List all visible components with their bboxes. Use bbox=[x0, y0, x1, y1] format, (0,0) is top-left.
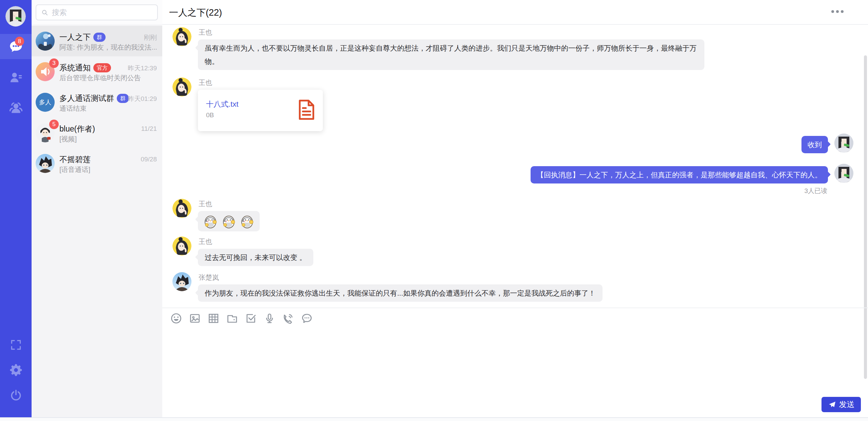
conversation-item-buyaobilian[interactable]: 不摇碧莲 09/28 [语音通话] bbox=[32, 148, 162, 179]
screenshot-button[interactable] bbox=[207, 312, 220, 325]
ellipsis-icon bbox=[831, 10, 834, 13]
self-avatar[interactable] bbox=[834, 164, 853, 183]
message-row: 收到 bbox=[801, 134, 828, 153]
zhangchulan-avatar[interactable] bbox=[172, 272, 191, 291]
conversation-time: 刚刚 bbox=[144, 33, 157, 42]
nav-groups[interactable] bbox=[0, 96, 32, 118]
task-button[interactable] bbox=[244, 312, 257, 325]
image-button[interactable] bbox=[188, 312, 201, 325]
chat-menu-button[interactable] bbox=[831, 10, 844, 13]
search-box[interactable] bbox=[36, 4, 158, 20]
user-avatar[interactable] bbox=[5, 6, 26, 27]
microphone-icon bbox=[263, 312, 276, 324]
fullscreen-button[interactable] bbox=[0, 334, 32, 356]
chat-title: 一人之下(22) bbox=[169, 6, 222, 19]
message-row: 王也 过去无可挽回，未来可以改变 。 bbox=[198, 236, 313, 266]
message-bubble[interactable]: 过去无可挽回，未来可以改变 。 bbox=[198, 249, 313, 266]
folder-icon bbox=[226, 312, 238, 324]
conversation-preview: [视频] bbox=[59, 135, 157, 144]
nav-rail: 8 bbox=[0, 0, 32, 421]
sender-name: 王也 bbox=[199, 29, 704, 36]
contacts-icon bbox=[9, 70, 23, 85]
phone-icon bbox=[282, 312, 294, 324]
wangye-avatar[interactable] bbox=[172, 199, 191, 218]
message-row: 王也 十八式.txt 0B bbox=[198, 77, 323, 131]
sticker-message-bubble[interactable] bbox=[198, 211, 260, 231]
search-icon bbox=[41, 8, 49, 17]
power-icon bbox=[9, 388, 23, 402]
official-tag: 官方 bbox=[93, 63, 111, 72]
message-bubble[interactable]: 作为朋友，现在的我没法保证救你逃出生天，我能保证的只有...如果你真的会遭遇到什… bbox=[198, 284, 603, 302]
conversation-item-multicall-group[interactable]: 多人 多人通话测试群 群 昨天01:29 通话结束 bbox=[32, 87, 162, 118]
message-row: 【回执消息】一人之下，万人之上，但真正的强者，是那些能够超越自我、心怀天下的人。… bbox=[531, 164, 828, 195]
message-bubble[interactable]: 收到 bbox=[801, 136, 828, 153]
message-row: 王也 bbox=[198, 199, 260, 231]
wangye-avatar[interactable] bbox=[172, 236, 191, 256]
conversation-list-panel: 一人之下 群 刚刚 阿莲: 作为朋友，现在的我没法... 3 系统通知 bbox=[32, 0, 162, 421]
logout-button[interactable] bbox=[0, 384, 32, 406]
conversation-preview: 阿莲: 作为朋友，现在的我没法... bbox=[59, 43, 157, 52]
send-button[interactable]: 发送 bbox=[821, 397, 861, 412]
message-input[interactable] bbox=[169, 330, 861, 391]
voice-button[interactable] bbox=[263, 312, 276, 325]
conversation-title: 系统通知 bbox=[59, 63, 91, 73]
conversation-preview: [语音通话] bbox=[59, 165, 157, 174]
file-button[interactable] bbox=[226, 312, 239, 325]
conversation-time: 昨天12:39 bbox=[128, 64, 157, 73]
wangye-avatar[interactable] bbox=[172, 27, 191, 46]
message-bubble[interactable]: 【回执消息】一人之下，万人之上，但真正的强者，是那些能够超越自我、心怀天下的人。 bbox=[531, 166, 828, 183]
conversation-time: 昨天01:29 bbox=[128, 94, 157, 103]
emoji-icon bbox=[170, 312, 182, 324]
composer-toolbar bbox=[162, 308, 868, 329]
message-row: 张楚岚 作为朋友，现在的我没法保证救你逃出生天，我能保证的只有...如果你真的会… bbox=[198, 272, 603, 302]
nav-chats[interactable]: 8 bbox=[0, 36, 32, 57]
unread-badge: 5 bbox=[49, 120, 59, 129]
fullscreen-icon bbox=[10, 338, 22, 351]
conversation-item-blue[interactable]: 5 blue(作者) 11/21 [视频] bbox=[32, 118, 162, 148]
conversation-title: blue(作者) bbox=[59, 124, 95, 134]
penguin-flower-sticker bbox=[239, 213, 255, 229]
conversation-time: 09/28 bbox=[141, 156, 157, 163]
emoji-button[interactable] bbox=[170, 312, 183, 325]
group-icon bbox=[8, 100, 23, 115]
search-section bbox=[32, 0, 162, 24]
search-input[interactable] bbox=[52, 8, 152, 17]
user-avatar-image bbox=[5, 6, 26, 27]
chat-header: 一人之下(22) bbox=[162, 0, 868, 25]
settings-button[interactable] bbox=[0, 359, 32, 381]
chat-scrollbar[interactable] bbox=[864, 55, 867, 379]
file-message-card[interactable]: 十八式.txt 0B bbox=[198, 90, 323, 131]
call-button[interactable] bbox=[282, 312, 295, 325]
gear-icon bbox=[9, 363, 23, 377]
message-bubble[interactable]: 虽有幸生而为人，也不要以万物灵长自居，正是这种妄自尊大的想法，才阻碍了人类的进步… bbox=[198, 39, 704, 70]
message-row: 王也 虽有幸生而为人，也不要以万物灵长自居，正是这种妄自尊大的想法，才阻碍了人类… bbox=[198, 27, 704, 70]
history-button[interactable] bbox=[300, 312, 313, 325]
conversation-preview: 后台管理仓库临时关闭公告 bbox=[59, 73, 157, 83]
group-tag: 群 bbox=[117, 94, 129, 103]
window-bottom-edge bbox=[0, 417, 868, 421]
screenshot-grid-icon bbox=[207, 312, 220, 324]
conversation-title: 一人之下 bbox=[59, 32, 91, 42]
self-avatar[interactable] bbox=[834, 134, 853, 153]
unread-badge: 3 bbox=[49, 58, 59, 68]
sender-name: 张楚岚 bbox=[199, 274, 603, 281]
penguin-flower-sticker bbox=[203, 213, 218, 229]
chat-panel: 一人之下(22) 王也 虽有幸生而为人，也不要以万物灵长自居，正是这种妄自尊大的… bbox=[162, 0, 868, 421]
multicall-avatar: 多人 bbox=[36, 93, 55, 112]
check-square-icon bbox=[245, 312, 257, 324]
penguin-flower-sticker bbox=[221, 213, 237, 229]
buyaobilian-avatar bbox=[36, 154, 55, 173]
send-label: 发送 bbox=[839, 399, 855, 410]
file-document-icon bbox=[298, 99, 315, 122]
sender-name: 王也 bbox=[199, 200, 260, 208]
message-history-icon bbox=[301, 312, 313, 324]
nav-contacts[interactable] bbox=[0, 67, 32, 88]
multicall-avatar-text: 多人 bbox=[39, 98, 51, 106]
read-status: 3人已读 bbox=[531, 187, 827, 195]
image-icon bbox=[189, 312, 201, 324]
conversation-item-system-notice[interactable]: 3 系统通知 官方 昨天12:39 后台管理仓库临时关闭公告 bbox=[32, 56, 162, 87]
group-tag: 群 bbox=[93, 33, 106, 42]
conversation-title: 不摇碧莲 bbox=[59, 154, 91, 165]
wangye-avatar[interactable] bbox=[172, 77, 191, 97]
conversation-item-yirenzhixia[interactable]: 一人之下 群 刚刚 阿莲: 作为朋友，现在的我没法... bbox=[32, 26, 162, 56]
